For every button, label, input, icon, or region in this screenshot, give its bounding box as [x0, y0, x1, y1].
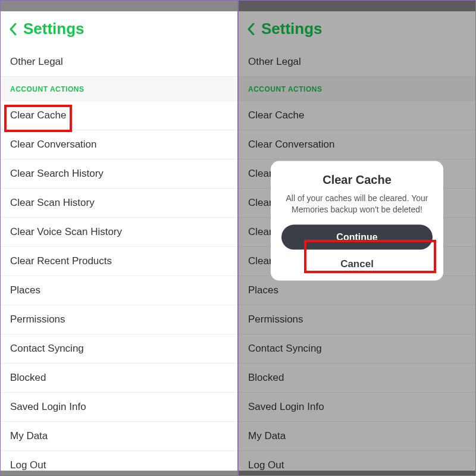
- list-item-my-data[interactable]: My Data: [1, 422, 237, 451]
- right-pane: Settings Other Legal ACCOUNT ACTIONS Cle…: [238, 0, 476, 476]
- list-item-clear-search-history[interactable]: Clear Search History: [1, 159, 237, 189]
- list-item-places[interactable]: Places: [1, 276, 237, 305]
- modal-body: All of your caches will be cleared. Your…: [281, 193, 433, 215]
- page-title: Settings: [23, 20, 84, 38]
- list-item-contact-syncing[interactable]: Contact Syncing: [1, 334, 237, 364]
- list-item-clear-scan-history[interactable]: Clear Scan History: [1, 189, 237, 218]
- settings-list: Other Legal ACCOUNT ACTIONS Clear Cache …: [1, 48, 237, 476]
- continue-button[interactable]: Continue: [281, 224, 433, 249]
- list-item-other-legal[interactable]: Other Legal: [1, 48, 237, 77]
- list-item-saved-login-info[interactable]: Saved Login Info: [1, 393, 237, 422]
- status-bar: [1, 1, 237, 11]
- list-item-clear-cache[interactable]: Clear Cache: [1, 101, 237, 130]
- settings-header: Settings: [1, 11, 237, 48]
- list-item-clear-conversation[interactable]: Clear Conversation: [1, 130, 237, 159]
- clear-cache-modal: Clear Cache All of your caches will be c…: [271, 161, 443, 281]
- modal-title: Clear Cache: [281, 173, 433, 187]
- cancel-button[interactable]: Cancel: [340, 258, 374, 270]
- list-item-blocked[interactable]: Blocked: [1, 364, 237, 393]
- back-chevron-icon[interactable]: [9, 23, 17, 36]
- section-header-account-actions: ACCOUNT ACTIONS: [1, 77, 237, 101]
- bottom-bar: [1, 471, 237, 475]
- list-item-permissions[interactable]: Permissions: [1, 305, 237, 334]
- left-pane: Settings Other Legal ACCOUNT ACTIONS Cle…: [0, 0, 238, 476]
- list-item-clear-voice-scan-history[interactable]: Clear Voice Scan History: [1, 218, 237, 247]
- list-item-clear-recent-products[interactable]: Clear Recent Products: [1, 247, 237, 276]
